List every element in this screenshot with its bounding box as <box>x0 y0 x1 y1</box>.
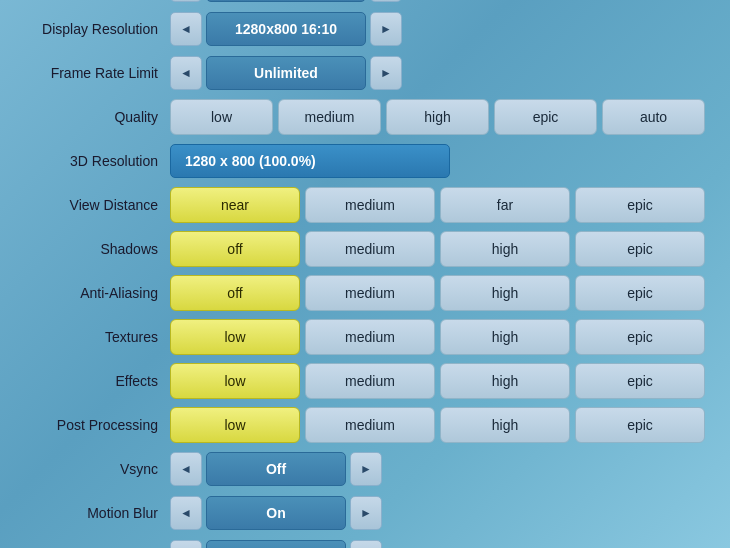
post-processing-label: Post Processing <box>25 417 170 433</box>
show-fps-value: On <box>206 540 346 548</box>
anti-aliasing-off[interactable]: off <box>170 275 300 311</box>
anti-aliasing-high[interactable]: high <box>440 275 570 311</box>
frame-rate-label: Frame Rate Limit <box>25 65 170 81</box>
vsync-right[interactable]: ► <box>350 452 382 486</box>
anti-aliasing-row: Anti-Aliasing off medium high epic <box>25 274 705 312</box>
textures-options: low medium high epic <box>170 319 705 355</box>
display-resolution-row: Display Resolution ◄ 1280x800 16:10 ► <box>25 10 705 48</box>
anti-aliasing-options: off medium high epic <box>170 275 705 311</box>
show-fps-row: Show FPS ◄ On ► <box>25 538 705 548</box>
quality-options: low medium high epic auto <box>170 99 705 135</box>
shadows-row: Shadows off medium high epic <box>25 230 705 268</box>
resolution-3d-row: 3D Resolution 1280 x 800 (100.0%) <box>25 142 705 180</box>
motion-blur-controls: ◄ On ► <box>170 496 382 530</box>
show-fps-controls: ◄ On ► <box>170 540 382 548</box>
quality-label: Quality <box>25 109 170 125</box>
shadows-off[interactable]: off <box>170 231 300 267</box>
textures-medium[interactable]: medium <box>305 319 435 355</box>
resolution-3d-value: 1280 x 800 (100.0%) <box>170 144 450 178</box>
motion-blur-row: Motion Blur ◄ On ► <box>25 494 705 532</box>
post-processing-high[interactable]: high <box>440 407 570 443</box>
post-processing-row: Post Processing low medium high epic <box>25 406 705 444</box>
display-resolution-left[interactable]: ◄ <box>170 12 202 46</box>
display-resolution-label: Display Resolution <box>25 21 170 37</box>
frame-rate-controls: ◄ Unlimited ► <box>170 56 402 90</box>
view-distance-label: View Distance <box>25 197 170 213</box>
vsync-label: Vsync <box>25 461 170 477</box>
shadows-medium[interactable]: medium <box>305 231 435 267</box>
effects-row: Effects low medium high epic <box>25 362 705 400</box>
motion-blur-label: Motion Blur <box>25 505 170 521</box>
window-mode-left[interactable]: ◄ <box>170 0 202 2</box>
view-distance-options: near medium far epic <box>170 187 705 223</box>
vsync-controls: ◄ Off ► <box>170 452 382 486</box>
effects-options: low medium high epic <box>170 363 705 399</box>
post-processing-medium[interactable]: medium <box>305 407 435 443</box>
settings-panel: Window Mode ◄ Fullscreen ► Display Resol… <box>10 0 720 548</box>
frame-rate-row: Frame Rate Limit ◄ Unlimited ► <box>25 54 705 92</box>
effects-epic[interactable]: epic <box>575 363 705 399</box>
shadows-label: Shadows <box>25 241 170 257</box>
anti-aliasing-medium[interactable]: medium <box>305 275 435 311</box>
textures-label: Textures <box>25 329 170 345</box>
view-distance-row: View Distance near medium far epic <box>25 186 705 224</box>
anti-aliasing-label: Anti-Aliasing <box>25 285 170 301</box>
post-processing-low[interactable]: low <box>170 407 300 443</box>
window-mode-right[interactable]: ► <box>370 0 402 2</box>
show-fps-left[interactable]: ◄ <box>170 540 202 548</box>
effects-medium[interactable]: medium <box>305 363 435 399</box>
post-processing-epic[interactable]: epic <box>575 407 705 443</box>
frame-rate-left[interactable]: ◄ <box>170 56 202 90</box>
resolution-3d-label: 3D Resolution <box>25 153 170 169</box>
vsync-value: Off <box>206 452 346 486</box>
window-mode-controls: ◄ Fullscreen ► <box>170 0 402 2</box>
quality-high[interactable]: high <box>386 99 489 135</box>
post-processing-options: low medium high epic <box>170 407 705 443</box>
display-resolution-right[interactable]: ► <box>370 12 402 46</box>
frame-rate-value: Unlimited <box>206 56 366 90</box>
window-mode-value: Fullscreen <box>206 0 366 2</box>
shadows-high[interactable]: high <box>440 231 570 267</box>
view-distance-near[interactable]: near <box>170 187 300 223</box>
vsync-row: Vsync ◄ Off ► <box>25 450 705 488</box>
textures-epic[interactable]: epic <box>575 319 705 355</box>
quality-low[interactable]: low <box>170 99 273 135</box>
motion-blur-value: On <box>206 496 346 530</box>
quality-auto[interactable]: auto <box>602 99 705 135</box>
textures-low[interactable]: low <box>170 319 300 355</box>
effects-label: Effects <box>25 373 170 389</box>
textures-row: Textures low medium high epic <box>25 318 705 356</box>
window-mode-row: Window Mode ◄ Fullscreen ► <box>25 0 705 4</box>
vsync-left[interactable]: ◄ <box>170 452 202 486</box>
effects-high[interactable]: high <box>440 363 570 399</box>
display-resolution-value: 1280x800 16:10 <box>206 12 366 46</box>
view-distance-epic[interactable]: epic <box>575 187 705 223</box>
view-distance-medium[interactable]: medium <box>305 187 435 223</box>
quality-epic[interactable]: epic <box>494 99 597 135</box>
motion-blur-left[interactable]: ◄ <box>170 496 202 530</box>
textures-high[interactable]: high <box>440 319 570 355</box>
display-resolution-controls: ◄ 1280x800 16:10 ► <box>170 12 402 46</box>
quality-row: Quality low medium high epic auto <box>25 98 705 136</box>
anti-aliasing-epic[interactable]: epic <box>575 275 705 311</box>
frame-rate-right[interactable]: ► <box>370 56 402 90</box>
effects-low[interactable]: low <box>170 363 300 399</box>
shadows-epic[interactable]: epic <box>575 231 705 267</box>
view-distance-far[interactable]: far <box>440 187 570 223</box>
motion-blur-right[interactable]: ► <box>350 496 382 530</box>
quality-medium[interactable]: medium <box>278 99 381 135</box>
show-fps-right[interactable]: ► <box>350 540 382 548</box>
shadows-options: off medium high epic <box>170 231 705 267</box>
